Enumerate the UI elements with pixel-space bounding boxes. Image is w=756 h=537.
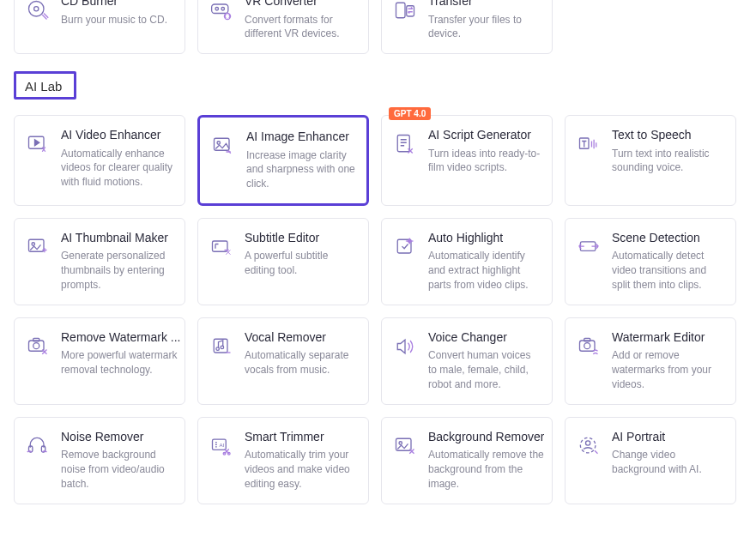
vocal-remover-icon: [209, 334, 234, 359]
card-desc: Transfer your files to device.: [428, 13, 541, 42]
svg-point-24: [584, 343, 590, 349]
card-transfer[interactable]: Transfer Transfer your files to device.: [381, 0, 553, 54]
card-title: Remove Watermark ...: [61, 330, 181, 346]
card-desc: Change video background with AI.: [612, 448, 725, 477]
svg-point-33: [399, 442, 402, 445]
card-title: AI Image Enhancer: [246, 130, 356, 145]
card-desc: A powerful subtitle editing tool.: [245, 249, 358, 278]
ai-thumbnail-maker-icon: [25, 234, 51, 260]
card-title: Background Remover: [428, 430, 544, 445]
card-desc: Automatically enhance videos for clearer…: [61, 147, 174, 190]
svg-rect-10: [397, 136, 409, 152]
cd-burner-icon: [25, 0, 51, 23]
transfer-icon: [392, 0, 418, 23]
card-desc: Automatically detect video transitions a…: [612, 249, 725, 292]
auto-highlight-icon: [392, 234, 418, 260]
card-desc: Add or remove watermarks from your video…: [612, 348, 725, 391]
svg-rect-17: [29, 341, 45, 351]
card-desc: Automatically separate vocals from music…: [245, 348, 358, 377]
card-voice-changer[interactable]: Voice Changer Convert human voices to ma…: [381, 317, 553, 405]
svg-rect-23: [580, 341, 596, 351]
ai-portrait-icon: [576, 433, 602, 459]
smart-trimmer-icon: AI: [209, 433, 234, 459]
card-title: AI Video Enhancer: [61, 128, 174, 143]
card-desc: Convert formats for different VR devices…: [245, 13, 358, 42]
card-title: Text to Speech: [612, 128, 725, 143]
svg-point-0: [29, 2, 45, 17]
card-title: Auto Highlight: [428, 231, 541, 246]
card-text-to-speech[interactable]: Text to Speech Turn text into realistic …: [565, 115, 736, 206]
card-vocal-remover[interactable]: Vocal Remover Automatically separate voc…: [197, 317, 369, 405]
card-desc: Generate personalized thumbnails by ente…: [61, 249, 174, 292]
voice-changer-icon: [392, 334, 418, 359]
card-title: AI Script Generator: [428, 128, 541, 143]
card-remove-watermark[interactable]: Remove Watermark ... More powerful water…: [14, 317, 185, 405]
card-scene-detection[interactable]: Scene Detection Automatically detect vid…: [565, 218, 736, 305]
card-ai-thumbnail-maker[interactable]: AI Thumbnail Maker Generate personalized…: [14, 218, 185, 305]
vr-converter-icon: [209, 0, 234, 23]
svg-point-18: [33, 343, 39, 349]
card-noise-remover[interactable]: Noise Remover Remove background noise fr…: [14, 417, 185, 504]
card-desc: Remove background noise from video/audio…: [61, 448, 174, 491]
card-desc: Convert human voices to male, female, ch…: [428, 348, 541, 391]
card-smart-trimmer[interactable]: AI Smart Trimmer Automatically trim your…: [197, 417, 369, 504]
svg-point-3: [215, 8, 219, 11]
card-title: Voice Changer: [428, 330, 541, 346]
card-ai-script-generator[interactable]: GPT 4.0 AI Script Generator Turn ideas i…: [381, 115, 553, 206]
ai-video-enhancer-icon: [25, 131, 51, 157]
scene-detection-icon: [576, 234, 602, 260]
svg-text:AI: AI: [219, 442, 224, 448]
remove-watermark-icon: [25, 334, 51, 359]
svg-rect-2: [212, 4, 228, 14]
svg-point-22: [221, 346, 224, 349]
svg-rect-25: [584, 338, 590, 341]
card-desc: Increase image clarity and sharpness wit…: [246, 148, 356, 191]
ai-image-enhancer-icon: [210, 133, 236, 159]
card-desc: Automatically identify and extract highl…: [428, 249, 541, 292]
card-desc: Automatically trim your videos and make …: [245, 448, 358, 491]
svg-point-13: [32, 243, 35, 246]
section-label-ai-lab: AI Lab: [14, 71, 76, 100]
card-desc: Automatically remove the background from…: [428, 448, 544, 491]
card-ai-image-enhancer[interactable]: AI Image Enhancer Increase image clarity…: [197, 115, 369, 206]
svg-point-4: [221, 8, 225, 11]
card-title: Scene Detection: [612, 231, 725, 246]
card-subtitle-editor[interactable]: Subtitle Editor A powerful subtitle edit…: [197, 218, 369, 305]
card-desc: Turn ideas into ready-to-film video scri…: [428, 147, 541, 176]
svg-point-9: [217, 142, 221, 145]
background-remover-icon: [392, 433, 418, 459]
card-background-remover[interactable]: Background Remover Automatically remove …: [381, 417, 553, 504]
svg-rect-5: [396, 3, 406, 18]
ai-lab-grid: AI Video Enhancer Automatically enhance …: [14, 115, 742, 504]
card-title: Vocal Remover: [245, 330, 358, 346]
card-desc: Turn text into realistic sounding voice.: [612, 147, 725, 176]
card-title: Transfer: [428, 0, 541, 9]
svg-point-1: [34, 7, 39, 11]
text-to-speech-icon: [576, 131, 602, 157]
svg-point-21: [216, 347, 220, 351]
card-desc: More powerful watermark removal technolo…: [61, 348, 181, 377]
card-desc: Burn your music to CD.: [61, 13, 174, 27]
ai-script-generator-icon: [392, 131, 418, 157]
card-watermark-editor[interactable]: Watermark Editor Add or remove watermark…: [565, 317, 736, 405]
card-ai-portrait[interactable]: AI Portrait Change video background with…: [565, 417, 736, 504]
card-title: Watermark Editor: [612, 330, 725, 346]
watermark-editor-icon: [576, 334, 602, 359]
card-ai-video-enhancer[interactable]: AI Video Enhancer Automatically enhance …: [14, 115, 185, 206]
card-title: AI Thumbnail Maker: [61, 231, 174, 246]
card-cd-burner[interactable]: CD Burner Burn your music to CD.: [14, 0, 185, 54]
svg-rect-19: [33, 338, 39, 341]
card-auto-highlight[interactable]: Auto Highlight Automatically identify an…: [381, 218, 553, 305]
card-title: CD Burner: [61, 0, 174, 9]
svg-rect-6: [407, 6, 414, 16]
card-title: Noise Remover: [61, 430, 174, 445]
noise-remover-icon: [25, 433, 51, 459]
card-title: Subtitle Editor: [245, 231, 358, 246]
card-vr-converter[interactable]: VR Converter Convert formats for differe…: [197, 0, 369, 54]
svg-point-35: [586, 441, 590, 445]
card-title: VR Converter: [245, 0, 358, 9]
subtitle-editor-icon: [209, 234, 234, 260]
card-title: AI Portrait: [612, 430, 725, 445]
gpt-badge: GPT 4.0: [389, 107, 431, 120]
card-title: Smart Trimmer: [245, 430, 358, 445]
